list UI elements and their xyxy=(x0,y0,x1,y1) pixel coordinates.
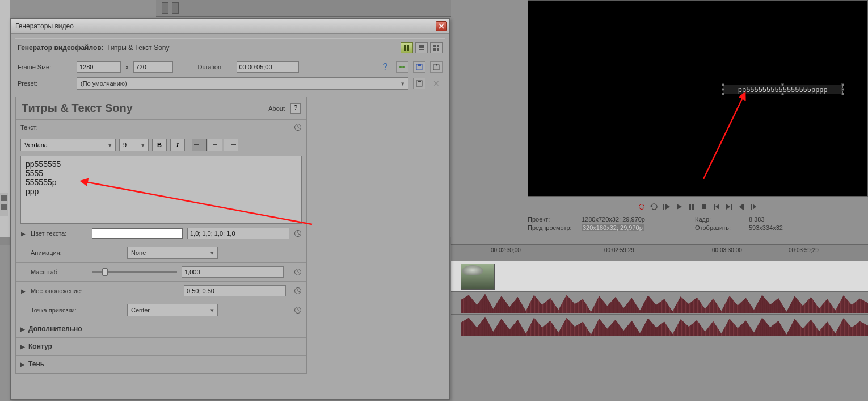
preview-value: 320x180x32; 29,970p xyxy=(582,224,644,231)
text-section-header: Текст: xyxy=(16,120,306,135)
video-track[interactable] xyxy=(451,261,868,292)
frame-size-label: Frame Size: xyxy=(18,64,72,70)
dialog-titlebar[interactable]: Генераторы видео xyxy=(11,19,449,34)
svg-rect-24 xyxy=(418,64,421,66)
svg-rect-9 xyxy=(731,204,732,210)
text-color-label: Цвет текста: xyxy=(31,230,87,237)
align-right-button[interactable] xyxy=(224,139,238,151)
play-from-start-button[interactable] xyxy=(662,202,671,211)
next-frame-button[interactable] xyxy=(749,202,759,211)
display-value: 593x334x32 xyxy=(749,224,806,231)
svg-rect-13 xyxy=(407,45,409,51)
view-mode-3-button[interactable] xyxy=(430,42,443,53)
title-overlay[interactable]: pp5555555555555555pppp xyxy=(723,85,843,94)
format-toolbar: Verdana 9 B I xyxy=(16,135,306,154)
anchor-row: Точка привязки: Center xyxy=(16,300,306,320)
svg-rect-16 xyxy=(419,49,424,50)
ruler-time: 00:02:59;29 xyxy=(604,247,634,253)
svg-rect-18 xyxy=(437,45,439,47)
ruler-time: 00:02:30;00 xyxy=(491,247,521,253)
font-select[interactable]: Verdana xyxy=(20,139,116,151)
generator-value: Титры & Текст Sony xyxy=(107,44,170,52)
keyframe-icon[interactable] xyxy=(294,123,302,131)
record-button[interactable] xyxy=(637,202,646,211)
svg-rect-5 xyxy=(689,204,691,210)
delete-preset-button[interactable]: ✕ xyxy=(430,78,443,89)
project-label: Проект: xyxy=(528,216,582,223)
view-mode-1-button[interactable] xyxy=(401,42,413,53)
preview-label: Предпросмотр: xyxy=(528,224,582,231)
advanced-section[interactable]: ▶Дополнительно xyxy=(16,320,306,337)
waveform xyxy=(461,293,868,313)
loop-button[interactable] xyxy=(650,202,659,211)
plugin-chain-button[interactable] xyxy=(396,61,408,73)
svg-rect-6 xyxy=(692,204,694,210)
view-mode-2-button[interactable] xyxy=(415,42,428,53)
about-link[interactable]: About xyxy=(268,105,285,112)
display-label: Отобразить: xyxy=(695,224,749,231)
audio-track-2[interactable] xyxy=(451,315,868,337)
align-left-button[interactable] xyxy=(192,139,207,151)
text-input[interactable]: pp555555 5555 555555p ppp xyxy=(20,156,302,224)
text-label: Текст: xyxy=(20,124,83,131)
go-start-button[interactable] xyxy=(712,202,721,211)
svg-point-21 xyxy=(399,66,402,68)
clip-thumbnail[interactable] xyxy=(461,264,495,290)
frame-width-input[interactable] xyxy=(77,61,121,73)
outline-section[interactable]: ▶Контур xyxy=(16,337,306,355)
help-button[interactable]: ? xyxy=(379,61,391,73)
panel-help-button[interactable]: ? xyxy=(290,103,301,114)
text-color-value[interactable] xyxy=(187,228,289,239)
align-center-button[interactable] xyxy=(208,139,222,151)
italic-button[interactable]: I xyxy=(170,139,185,151)
expand-icon[interactable]: ▶ xyxy=(20,288,26,294)
save-preset-button[interactable] xyxy=(413,61,425,73)
preset-row: Preset: (По умолчанию) ✕ xyxy=(15,75,445,92)
position-value[interactable] xyxy=(184,285,286,296)
audio-track-1[interactable] xyxy=(451,292,868,315)
svg-rect-27 xyxy=(418,81,421,82)
close-button[interactable] xyxy=(436,21,447,31)
scale-label: Масштаб: xyxy=(31,269,87,275)
generator-row: Генератор видеофайлов: Титры & Текст Son… xyxy=(15,38,445,59)
duration-input[interactable] xyxy=(237,61,299,73)
scale-slider[interactable] xyxy=(92,267,177,277)
timeline-ruler[interactable]: 00:02:30;00 00:02:59;29 00:03:30;00 00:0… xyxy=(451,244,868,261)
play-button[interactable] xyxy=(675,202,684,211)
text-color-swatch[interactable] xyxy=(92,228,183,239)
preset-select[interactable]: (По умолчанию) xyxy=(77,77,408,90)
scale-value[interactable] xyxy=(182,266,284,278)
position-label: Местоположение: xyxy=(31,287,179,294)
frame-height-input[interactable] xyxy=(133,61,173,73)
video-preview[interactable]: pp5555555555555555pppp xyxy=(528,0,868,197)
save-preset-icon[interactable] xyxy=(413,78,425,89)
animation-select[interactable]: None xyxy=(127,247,218,259)
transport-controls xyxy=(528,200,868,214)
font-size-select[interactable]: 9 xyxy=(119,139,149,151)
svg-rect-15 xyxy=(419,47,424,48)
frame-value: 8 383 xyxy=(749,216,806,223)
go-end-button[interactable] xyxy=(724,202,734,211)
pause-button[interactable] xyxy=(687,202,696,211)
keyframe-icon[interactable] xyxy=(294,306,302,314)
timeline: 00:02:30;00 00:02:59;29 00:03:30;00 00:0… xyxy=(451,244,868,401)
svg-rect-14 xyxy=(419,45,424,47)
prev-frame-button[interactable] xyxy=(737,202,746,211)
animation-label: Анимация: xyxy=(31,249,123,256)
tab-stub[interactable] xyxy=(172,2,179,14)
shadow-section[interactable]: ▶Тень xyxy=(16,355,306,373)
keyframe-icon[interactable] xyxy=(294,268,302,276)
export-button[interactable] xyxy=(430,61,443,73)
svg-rect-12 xyxy=(404,45,406,51)
anchor-select[interactable]: Center xyxy=(127,304,218,316)
bold-button[interactable]: B xyxy=(152,139,167,151)
tab-stub[interactable] xyxy=(162,2,168,14)
keyframe-icon[interactable] xyxy=(294,287,302,295)
keyframe-icon[interactable] xyxy=(294,229,302,237)
svg-point-22 xyxy=(403,66,405,68)
generator-label: Генератор видеофайлов: xyxy=(18,44,104,52)
svg-rect-17 xyxy=(433,45,436,47)
position-row: ▶ Местоположение: xyxy=(16,281,306,300)
expand-icon[interactable]: ▶ xyxy=(20,231,26,237)
stop-button[interactable] xyxy=(700,202,709,211)
